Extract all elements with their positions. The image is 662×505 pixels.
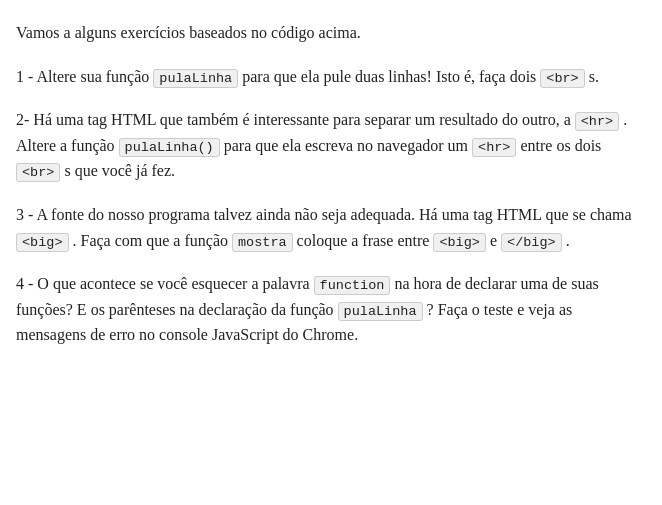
code-hr-1: <hr> [575, 112, 619, 131]
exercise-1: 1 - Altere sua função pulaLinha para que… [16, 64, 638, 90]
code-mostra: mostra [232, 233, 293, 252]
code-function: function [314, 276, 391, 295]
code-big-1: <big> [16, 233, 69, 252]
intro-paragraph: Vamos a alguns exercícios baseados no có… [16, 20, 638, 46]
content-area: Vamos a alguns exercícios baseados no có… [16, 20, 638, 348]
exercise-2: 2- Há uma tag HTML que também é interess… [16, 107, 638, 184]
code-br-2: <br> [16, 163, 60, 182]
code-hr-2: <hr> [472, 138, 516, 157]
code-br-1: <br> [540, 69, 584, 88]
code-pulaLinha-2: pulaLinha [338, 302, 423, 321]
exercise-3: 3 - A fonte do nosso programa talvez ain… [16, 202, 638, 253]
code-pulaLinha-parens: pulaLinha() [119, 138, 220, 157]
code-big-2: <big> [433, 233, 486, 252]
exercise-4: 4 - O que acontece se você esquecer a pa… [16, 271, 638, 348]
code-big-close: </big> [501, 233, 562, 252]
code-pulaLinha-1: pulaLinha [153, 69, 238, 88]
